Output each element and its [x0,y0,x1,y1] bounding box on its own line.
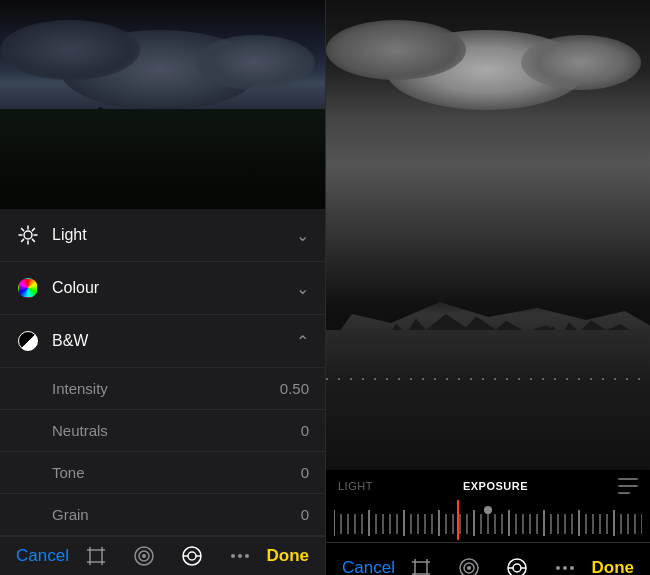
exposure-slider[interactable] [326,498,650,542]
right-tune-icon[interactable] [503,554,531,576]
tone-label: Tone [52,464,279,481]
intensity-label: Intensity [52,380,279,397]
exposure-center-label: EXPOSURE [373,480,618,492]
neutrals-row[interactable]: Neutrals 0 [0,410,325,452]
list-menu-icon[interactable] [618,478,638,494]
light-chevron-down [296,225,309,246]
svg-point-38 [467,566,471,570]
colour-chevron-down [296,278,309,299]
left-cancel-button[interactable]: Cancel [16,546,69,566]
toolbar-icons [82,542,254,570]
right-field [326,330,650,470]
right-bottom-controls: LIGHT EXPOSURE Cancel [326,470,650,575]
right-done-button[interactable]: Done [591,558,634,576]
grain-value: 0 [279,506,309,523]
controls-area: Light Colour B&W Intensity 0.50 Neutrals [0,209,325,536]
bw-label: B&W [52,332,296,350]
light-control-row[interactable]: Light [0,209,325,262]
grain-row[interactable]: Grain 0 [0,494,325,536]
svg-rect-11 [90,550,102,562]
right-photo-clouds-bw [326,20,650,180]
svg-line-8 [32,239,34,241]
right-toolbar-icons [407,554,579,576]
slider-dot [484,506,492,514]
colour-label: Colour [52,279,296,297]
cloud-3 [195,35,315,90]
cloud-bw-3 [521,35,641,90]
right-panel: LIGHT EXPOSURE Cancel [325,0,650,575]
right-cancel-button[interactable]: Cancel [342,558,395,576]
svg-line-9 [32,229,34,231]
light-label: Light [52,226,296,244]
tone-row[interactable]: Tone 0 [0,452,325,494]
color-circle-icon [16,276,40,300]
svg-point-40 [513,564,521,572]
svg-point-22 [142,554,146,558]
right-photo [326,0,650,470]
neutrals-label: Neutrals [52,422,279,439]
intensity-row[interactable]: Intensity 0.50 [0,368,325,410]
cloud-bw-2 [326,20,466,80]
sun-icon [16,223,40,247]
svg-point-24 [188,552,196,560]
svg-rect-27 [415,562,427,574]
svg-line-7 [22,229,24,231]
right-more-icon[interactable] [551,554,579,576]
cloud-2 [0,20,140,80]
more-icon[interactable] [226,542,254,570]
left-done-button[interactable]: Done [266,546,309,566]
svg-line-10 [22,239,24,241]
exposure-header: LIGHT EXPOSURE [326,470,650,498]
intensity-value: 0.50 [279,380,309,397]
svg-point-2 [24,231,32,239]
crop-icon[interactable] [82,542,110,570]
tick-container [334,500,642,540]
left-panel: Light Colour B&W Intensity 0.50 Neutrals [0,0,325,575]
bw-control-row[interactable]: B&W [0,315,325,368]
left-toolbar: Cancel [0,536,325,575]
neutrals-value: 0 [279,422,309,439]
left-photo [0,0,325,209]
slider-red-line [457,500,459,540]
bw-chevron-up [296,331,309,352]
right-toolbar: Cancel [326,542,650,575]
right-filters-icon[interactable] [455,554,483,576]
filters-icon[interactable] [130,542,158,570]
right-crop-icon[interactable] [407,554,435,576]
left-photo-ground [0,109,325,209]
light-left-label: LIGHT [338,480,373,492]
grain-label: Grain [52,506,279,523]
fence-line [326,378,650,380]
tone-value: 0 [279,464,309,481]
bw-icon [16,329,40,353]
tune-icon[interactable] [178,542,206,570]
colour-control-row[interactable]: Colour [0,262,325,315]
